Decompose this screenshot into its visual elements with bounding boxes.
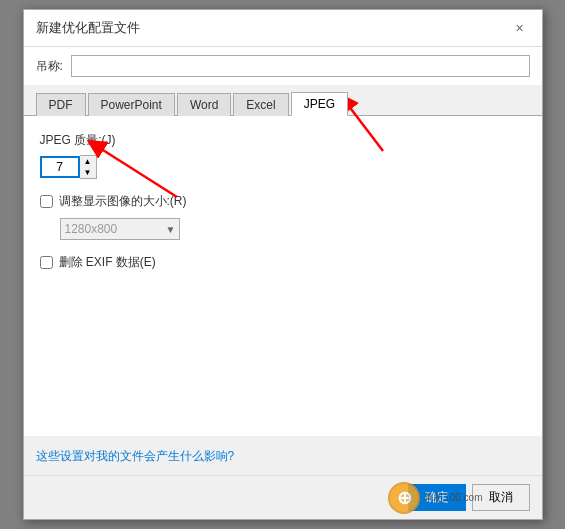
title-bar: 新建优化配置文件 × [24,10,542,47]
dialog-title: 新建优化配置文件 [36,19,140,37]
size-select-wrap: 1280x800 1920x1080 1024x768 ▼ [60,218,526,240]
name-label: 吊称: [36,58,63,75]
bottom-link-section: 这些设置对我的文件会产生什么影响? [24,436,542,475]
name-row: 吊称: [24,47,542,85]
tab-word[interactable]: Word [177,93,231,116]
quality-spinner: ▲ ▼ [40,155,526,179]
name-input[interactable] [71,55,530,77]
resize-checkbox[interactable] [40,195,53,208]
resize-label[interactable]: 调整显示图像的大小:(R) [59,193,187,210]
watermark-text: 单机100.com [424,491,482,505]
watermark: ⊕ 单机100.com [388,482,482,514]
spinner-down-button[interactable]: ▼ [80,167,96,178]
tab-content-jpeg: JPEG 质量:(J) ▲ ▼ 调整显示图像的大小:(R) 1280x800 1… [24,116,542,436]
quality-input[interactable] [40,156,80,178]
spinner-buttons: ▲ ▼ [80,155,97,179]
exif-row: 删除 EXIF 数据(E) [40,254,526,271]
exif-checkbox[interactable] [40,256,53,269]
help-link[interactable]: 这些设置对我的文件会产生什么影响? [36,449,235,463]
tab-jpeg[interactable]: JPEG [291,92,348,116]
spinner-up-button[interactable]: ▲ [80,156,96,167]
tab-powerpoint[interactable]: PowerPoint [88,93,175,116]
tabs-bar: PDF PowerPoint Word Excel JPEG [24,85,542,116]
quality-label: JPEG 质量:(J) [40,132,526,149]
watermark-icon: ⊕ [388,482,420,514]
exif-label[interactable]: 删除 EXIF 数据(E) [59,254,156,271]
dialog: 新建优化配置文件 × 吊称: PDF PowerPoint Word Excel… [23,9,543,520]
size-select[interactable]: 1280x800 1920x1080 1024x768 [60,218,180,240]
resize-row: 调整显示图像的大小:(R) [40,193,526,210]
tab-excel[interactable]: Excel [233,93,288,116]
tab-pdf[interactable]: PDF [36,93,86,116]
close-button[interactable]: × [510,18,530,38]
